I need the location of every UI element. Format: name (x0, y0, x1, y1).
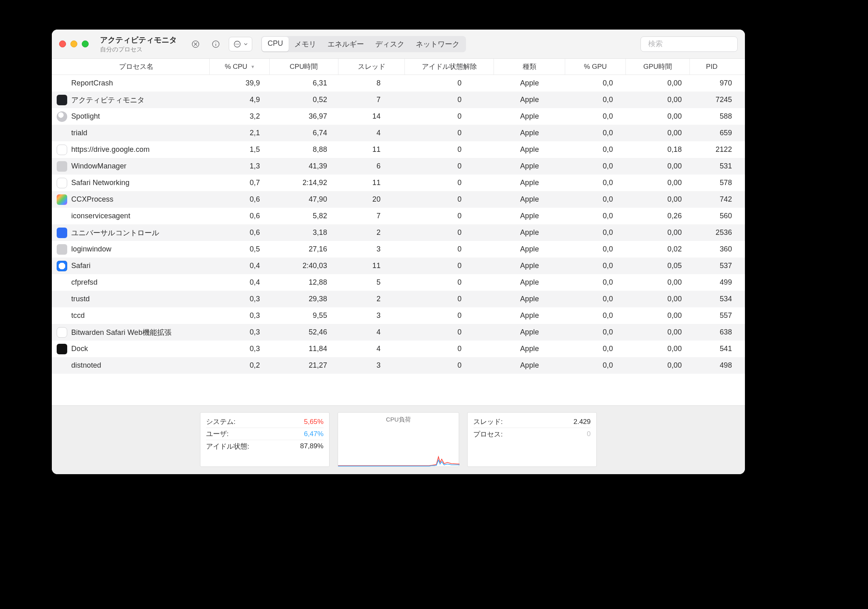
table-row[interactable]: Safari Networking0,72:14,92110Apple0,00,… (52, 175, 745, 191)
cell-idle: 0 (405, 328, 494, 336)
cell-pid: 531 (690, 162, 734, 170)
cell-pgpu: 0,0 (565, 179, 626, 187)
table-row[interactable]: ユニバーサルコントロール0,63,1820Apple0,00,002536 (52, 224, 745, 241)
search-field[interactable] (640, 36, 738, 52)
cpu-breakdown-panel: システム: 5,65% ユーザ: 6,47% アイドル状態: 87,89% (200, 412, 330, 467)
table-row[interactable]: アクティビティモニタ4,90,5270Apple0,00,007245 (52, 92, 745, 108)
col-label: スレッド (358, 62, 385, 71)
svg-point-9 (238, 44, 239, 45)
process-name: iconservicesagent (71, 212, 130, 220)
cell-pcpu: 4,9 (210, 96, 270, 104)
cell-gtime: 0,00 (626, 361, 690, 370)
table-row[interactable]: iconservicesagent0,65,8270Apple0,00,2656… (52, 208, 745, 224)
search-input[interactable] (648, 40, 742, 48)
cell-ctime: 36,97 (270, 112, 338, 121)
cell-idle: 0 (405, 278, 494, 287)
cell-kind: Apple (494, 228, 565, 237)
cell-pcpu: 0,3 (210, 328, 270, 336)
col-threads[interactable]: スレッド (338, 59, 405, 75)
table-row[interactable]: Safari0,42:40,03110Apple0,00,05537 (52, 258, 745, 274)
cell-ctime: 2:40,03 (270, 262, 338, 270)
col-kind[interactable]: 種類 (494, 59, 565, 75)
cell-pgpu: 0,0 (565, 96, 626, 104)
tab-disk[interactable]: ディスク (370, 37, 410, 51)
col-label: GPU時間 (643, 62, 672, 71)
table-row[interactable]: Dock0,311,8440Apple0,00,00541 (52, 341, 745, 357)
cell-pcpu: 0,6 (210, 228, 270, 237)
cell-thr: 3 (338, 361, 405, 370)
col-idle-wakeups[interactable]: アイドル状態解除 (405, 59, 494, 75)
chevron-down-icon (243, 41, 249, 47)
cell-gtime: 0,00 (626, 311, 690, 320)
cell-thr: 14 (338, 112, 405, 121)
col-label: プロセス名 (119, 62, 153, 71)
cell-ctime: 8,88 (270, 145, 338, 154)
process-name: Dock (71, 345, 88, 353)
cell-thr: 4 (338, 328, 405, 336)
cell-thr: 11 (338, 262, 405, 270)
col-process-name[interactable]: プロセス名 (52, 59, 210, 75)
table-row[interactable]: triald2,16,7440Apple0,00,00659 (52, 125, 745, 141)
actions-menu-button[interactable] (229, 37, 252, 51)
table-row[interactable]: loginwindow0,527,1630Apple0,00,02360 (52, 241, 745, 258)
cell-pgpu: 0,0 (565, 361, 626, 370)
table-row[interactable]: ReportCrash39,96,3180Apple0,00,00970 (52, 75, 745, 92)
cell-idle: 0 (405, 245, 494, 253)
table-row[interactable]: cfprefsd0,412,8850Apple0,00,00499 (52, 274, 745, 291)
col-pid[interactable]: PID (690, 59, 734, 75)
inspect-process-button[interactable] (208, 37, 223, 51)
cell-pcpu: 0,6 (210, 212, 270, 220)
tab-memory[interactable]: メモリ (289, 37, 322, 51)
cell-gtime: 0,00 (626, 228, 690, 237)
process-table-body[interactable]: ReportCrash39,96,3180Apple0,00,00970アクティ… (52, 75, 745, 405)
category-tabs: CPU メモリ エネルギー ディスク ネットワーク (261, 36, 466, 52)
cell-idle: 0 (405, 179, 494, 187)
cell-gtime: 0,00 (626, 79, 690, 87)
close-button[interactable] (59, 40, 66, 47)
tab-energy[interactable]: エネルギー (322, 37, 370, 51)
cell-gtime: 0,00 (626, 195, 690, 204)
app-icon (57, 311, 67, 321)
process-name: Safari Networking (71, 179, 130, 187)
table-row[interactable]: https://drive.google.com1,58,88110Apple0… (52, 141, 745, 158)
table-row[interactable]: Spotlight3,236,97140Apple0,00,00588 (52, 108, 745, 125)
table-row[interactable]: CCXProcess0,647,90200Apple0,00,00742 (52, 191, 745, 208)
stop-process-button[interactable] (188, 37, 203, 51)
cell-kind: Apple (494, 129, 565, 137)
cell-pgpu: 0,0 (565, 79, 626, 87)
cell-thr: 3 (338, 245, 405, 253)
app-icon (57, 178, 67, 188)
table-row[interactable]: distnoted0,221,2730Apple0,00,00498 (52, 357, 745, 374)
tab-network[interactable]: ネットワーク (410, 37, 465, 51)
col-percent-gpu[interactable]: % GPU (565, 59, 626, 75)
col-percent-cpu[interactable]: % CPU▾ (210, 59, 270, 75)
app-icon (57, 277, 67, 288)
cell-gtime: 0,00 (626, 278, 690, 287)
col-cpu-time[interactable]: CPU時間 (270, 59, 338, 75)
table-row[interactable]: trustd0,329,3820Apple0,00,00534 (52, 291, 745, 307)
process-name: loginwindow (71, 245, 111, 253)
user-label: ユーザ: (206, 429, 229, 439)
zoom-button[interactable] (82, 40, 89, 47)
cell-thr: 3 (338, 311, 405, 320)
table-row[interactable]: Bitwarden Safari Web機能拡張0,352,4640Apple0… (52, 324, 745, 341)
idle-value: 87,89% (300, 442, 323, 450)
cell-gtime: 0,05 (626, 262, 690, 270)
toolbar: アクティビティモニタ 自分のプロセス CPU メモリ エネルギー ディスク ネッ… (52, 30, 745, 59)
tab-cpu[interactable]: CPU (262, 37, 289, 51)
cell-pid: 541 (690, 345, 734, 353)
cell-ctime: 2:14,92 (270, 179, 338, 187)
cell-pid: 7245 (690, 96, 734, 104)
cell-kind: Apple (494, 112, 565, 121)
cell-idle: 0 (405, 195, 494, 204)
cell-pcpu: 0,4 (210, 262, 270, 270)
table-row[interactable]: WindowManager1,341,3960Apple0,00,00531 (52, 158, 745, 175)
app-icon (57, 194, 67, 205)
cell-kind: Apple (494, 79, 565, 87)
minimize-button[interactable] (70, 40, 77, 47)
cell-pid: 578 (690, 179, 734, 187)
idle-label: アイドル状態: (206, 442, 249, 451)
col-gpu-time[interactable]: GPU時間 (626, 59, 690, 75)
cell-pid: 360 (690, 245, 734, 253)
table-row[interactable]: tccd0,39,5530Apple0,00,00557 (52, 307, 745, 324)
